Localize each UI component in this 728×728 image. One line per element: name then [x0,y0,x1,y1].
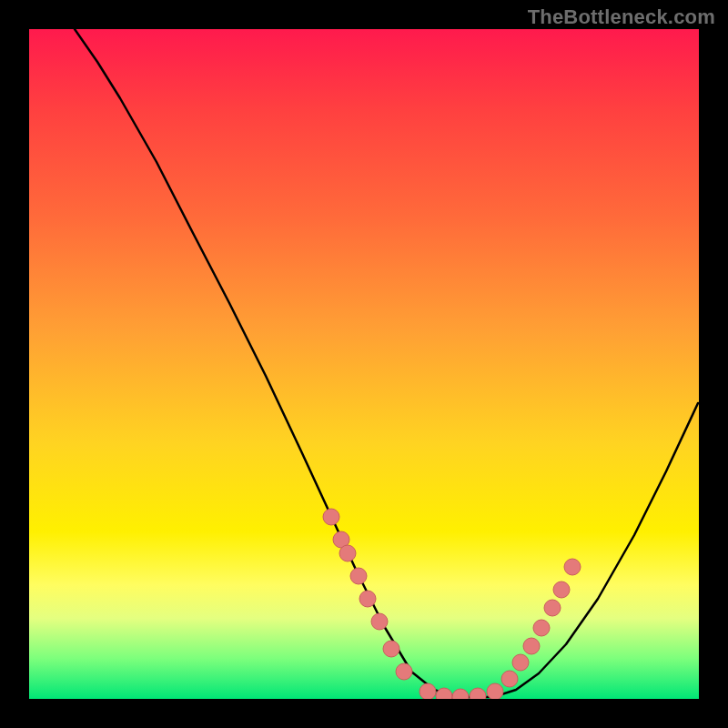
data-point [323,509,339,525]
data-point [533,620,550,636]
data-point [350,568,367,584]
data-point [564,559,581,575]
data-point [544,600,561,616]
data-point [339,545,356,561]
data-point [523,638,540,654]
bottleneck-curve [75,29,698,697]
data-point [383,641,399,657]
data-point [452,689,469,699]
chart-frame: TheBottleneck.com [0,0,728,728]
data-point [396,663,412,680]
chart-svg [29,29,699,699]
data-point [470,688,486,699]
watermark-text: TheBottleneck.com [528,5,715,29]
data-point [359,591,376,607]
data-point [487,683,503,699]
data-point [371,613,388,630]
data-point [436,688,452,699]
plot-area [29,29,699,699]
data-point [501,671,518,687]
data-point [512,654,529,671]
data-point [420,683,436,699]
data-point [553,581,570,598]
curve-layer [75,29,698,697]
